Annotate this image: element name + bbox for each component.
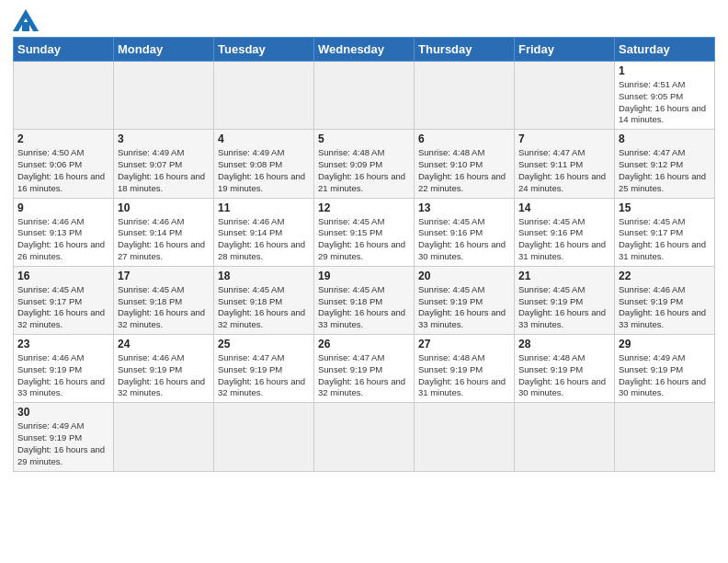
day-number: 20 bbox=[418, 270, 510, 282]
day-number: 1 bbox=[619, 64, 711, 77]
day-info: Sunrise: 4:47 AMSunset: 9:19 PMDaylight:… bbox=[318, 352, 410, 399]
day-number: 19 bbox=[318, 270, 410, 282]
day-number: 13 bbox=[418, 201, 510, 214]
calendar-header: Sunday Monday Tuesday Wednesday Thursday… bbox=[14, 38, 715, 62]
calendar: Sunday Monday Tuesday Wednesday Thursday… bbox=[13, 37, 715, 472]
logo-icon bbox=[13, 9, 39, 31]
table-row: 21Sunrise: 4:45 AMSunset: 9:19 PMDayligh… bbox=[515, 266, 615, 334]
day-number: 12 bbox=[318, 201, 410, 214]
day-number: 11 bbox=[218, 201, 310, 214]
calendar-week-0: 1Sunrise: 4:51 AMSunset: 9:05 PMDaylight… bbox=[14, 62, 715, 130]
day-number: 6 bbox=[418, 132, 510, 145]
calendar-week-5: 30Sunrise: 4:49 AMSunset: 9:19 PMDayligh… bbox=[14, 403, 715, 471]
day-number: 30 bbox=[17, 406, 109, 419]
table-row: 4Sunrise: 4:49 AMSunset: 9:08 PMDaylight… bbox=[214, 130, 314, 198]
day-number: 4 bbox=[218, 132, 310, 145]
day-info: Sunrise: 4:46 AMSunset: 9:19 PMDaylight:… bbox=[619, 284, 711, 331]
day-info: Sunrise: 4:45 AMSunset: 9:19 PMDaylight:… bbox=[518, 284, 610, 331]
calendar-week-1: 2Sunrise: 4:50 AMSunset: 9:06 PMDaylight… bbox=[14, 130, 715, 198]
day-number: 9 bbox=[17, 201, 109, 214]
table-row: 20Sunrise: 4:45 AMSunset: 9:19 PMDayligh… bbox=[415, 266, 515, 334]
table-row bbox=[214, 403, 314, 471]
day-number: 28 bbox=[518, 338, 610, 350]
table-row bbox=[314, 403, 415, 471]
day-number: 22 bbox=[619, 270, 711, 282]
day-info: Sunrise: 4:49 AMSunset: 9:19 PMDaylight:… bbox=[17, 420, 109, 467]
col-monday: Monday bbox=[114, 38, 214, 62]
table-row: 27Sunrise: 4:48 AMSunset: 9:19 PMDayligh… bbox=[415, 335, 515, 403]
table-row: 16Sunrise: 4:45 AMSunset: 9:17 PMDayligh… bbox=[14, 266, 114, 334]
table-row bbox=[114, 62, 214, 130]
day-info: Sunrise: 4:47 AMSunset: 9:12 PMDaylight:… bbox=[619, 147, 711, 194]
header bbox=[13, 9, 715, 31]
day-info: Sunrise: 4:45 AMSunset: 9:18 PMDaylight:… bbox=[318, 284, 410, 331]
table-row: 3Sunrise: 4:49 AMSunset: 9:07 PMDaylight… bbox=[114, 130, 214, 198]
table-row: 23Sunrise: 4:46 AMSunset: 9:19 PMDayligh… bbox=[14, 335, 114, 403]
day-info: Sunrise: 4:45 AMSunset: 9:18 PMDaylight:… bbox=[118, 284, 210, 331]
day-number: 24 bbox=[118, 338, 210, 350]
day-number: 29 bbox=[619, 338, 711, 350]
day-info: Sunrise: 4:46 AMSunset: 9:19 PMDaylight:… bbox=[118, 352, 210, 399]
calendar-week-3: 16Sunrise: 4:45 AMSunset: 9:17 PMDayligh… bbox=[14, 266, 715, 334]
day-info: Sunrise: 4:47 AMSunset: 9:11 PMDaylight:… bbox=[518, 147, 610, 194]
calendar-week-4: 23Sunrise: 4:46 AMSunset: 9:19 PMDayligh… bbox=[14, 335, 715, 403]
day-number: 17 bbox=[118, 270, 210, 282]
table-row bbox=[515, 403, 615, 471]
day-info: Sunrise: 4:49 AMSunset: 9:08 PMDaylight:… bbox=[218, 147, 310, 194]
table-row: 13Sunrise: 4:45 AMSunset: 9:16 PMDayligh… bbox=[415, 198, 515, 266]
day-info: Sunrise: 4:45 AMSunset: 9:16 PMDaylight:… bbox=[518, 216, 610, 263]
table-row bbox=[415, 62, 515, 130]
table-row: 5Sunrise: 4:48 AMSunset: 9:09 PMDaylight… bbox=[314, 130, 415, 198]
col-tuesday: Tuesday bbox=[214, 38, 314, 62]
day-number: 2 bbox=[17, 132, 109, 145]
svg-rect-2 bbox=[22, 22, 29, 31]
day-info: Sunrise: 4:46 AMSunset: 9:14 PMDaylight:… bbox=[218, 216, 310, 263]
day-number: 21 bbox=[518, 270, 610, 282]
table-row: 30Sunrise: 4:49 AMSunset: 9:19 PMDayligh… bbox=[14, 403, 114, 471]
day-number: 5 bbox=[318, 132, 410, 145]
table-row: 29Sunrise: 4:49 AMSunset: 9:19 PMDayligh… bbox=[615, 335, 715, 403]
col-sunday: Sunday bbox=[14, 38, 114, 62]
table-row: 7Sunrise: 4:47 AMSunset: 9:11 PMDaylight… bbox=[515, 130, 615, 198]
day-info: Sunrise: 4:47 AMSunset: 9:19 PMDaylight:… bbox=[218, 352, 310, 399]
table-row bbox=[415, 403, 515, 471]
table-row bbox=[214, 62, 314, 130]
day-info: Sunrise: 4:48 AMSunset: 9:19 PMDaylight:… bbox=[418, 352, 510, 399]
table-row bbox=[114, 403, 214, 471]
table-row bbox=[14, 62, 114, 130]
day-info: Sunrise: 4:48 AMSunset: 9:10 PMDaylight:… bbox=[418, 147, 510, 194]
days-row: Sunday Monday Tuesday Wednesday Thursday… bbox=[14, 38, 715, 62]
table-row: 17Sunrise: 4:45 AMSunset: 9:18 PMDayligh… bbox=[114, 266, 214, 334]
table-row bbox=[314, 62, 415, 130]
page: Sunday Monday Tuesday Wednesday Thursday… bbox=[0, 0, 728, 485]
day-number: 3 bbox=[118, 132, 210, 145]
table-row: 6Sunrise: 4:48 AMSunset: 9:10 PMDaylight… bbox=[415, 130, 515, 198]
day-info: Sunrise: 4:50 AMSunset: 9:06 PMDaylight:… bbox=[17, 147, 109, 194]
day-info: Sunrise: 4:48 AMSunset: 9:19 PMDaylight:… bbox=[518, 352, 610, 399]
table-row: 15Sunrise: 4:45 AMSunset: 9:17 PMDayligh… bbox=[615, 198, 715, 266]
day-info: Sunrise: 4:49 AMSunset: 9:19 PMDaylight:… bbox=[619, 352, 711, 399]
day-info: Sunrise: 4:45 AMSunset: 9:18 PMDaylight:… bbox=[218, 284, 310, 331]
logo bbox=[13, 9, 42, 31]
day-info: Sunrise: 4:51 AMSunset: 9:05 PMDaylight:… bbox=[619, 79, 711, 126]
day-number: 14 bbox=[518, 201, 610, 214]
table-row: 14Sunrise: 4:45 AMSunset: 9:16 PMDayligh… bbox=[515, 198, 615, 266]
day-info: Sunrise: 4:45 AMSunset: 9:15 PMDaylight:… bbox=[318, 216, 410, 263]
table-row bbox=[615, 403, 715, 471]
day-number: 8 bbox=[619, 132, 711, 145]
col-saturday: Saturday bbox=[615, 38, 715, 62]
day-number: 23 bbox=[17, 338, 109, 350]
day-number: 16 bbox=[17, 270, 109, 282]
day-number: 15 bbox=[619, 201, 711, 214]
table-row: 18Sunrise: 4:45 AMSunset: 9:18 PMDayligh… bbox=[214, 266, 314, 334]
day-number: 26 bbox=[318, 338, 410, 350]
col-thursday: Thursday bbox=[415, 38, 515, 62]
day-info: Sunrise: 4:45 AMSunset: 9:17 PMDaylight:… bbox=[17, 284, 109, 331]
day-number: 18 bbox=[218, 270, 310, 282]
day-info: Sunrise: 4:46 AMSunset: 9:19 PMDaylight:… bbox=[17, 352, 109, 399]
day-info: Sunrise: 4:46 AMSunset: 9:13 PMDaylight:… bbox=[17, 216, 109, 263]
table-row: 25Sunrise: 4:47 AMSunset: 9:19 PMDayligh… bbox=[214, 335, 314, 403]
table-row: 19Sunrise: 4:45 AMSunset: 9:18 PMDayligh… bbox=[314, 266, 415, 334]
calendar-body: 1Sunrise: 4:51 AMSunset: 9:05 PMDaylight… bbox=[14, 62, 715, 472]
day-number: 7 bbox=[518, 132, 610, 145]
